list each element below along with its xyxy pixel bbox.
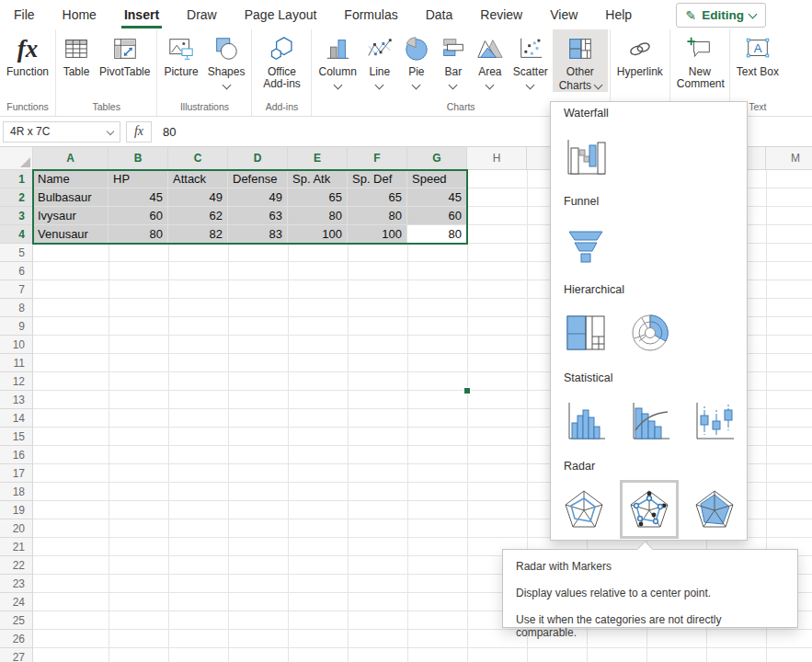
ribbon-tab-data[interactable]: Data [412, 2, 467, 29]
table-button[interactable]: Table [58, 29, 95, 78]
column-header-B[interactable]: B [109, 147, 168, 170]
row-header-7[interactable]: 7 [0, 280, 33, 299]
row-header-8[interactable]: 8 [0, 299, 33, 317]
row-header-20[interactable]: 20 [0, 519, 33, 538]
cell-E2[interactable]: 65 [288, 188, 348, 207]
area-chart-button[interactable]: Area [472, 29, 509, 88]
cell-F1[interactable]: Sp. Def [348, 170, 407, 188]
ribbon-tab-formulas[interactable]: Formulas [330, 2, 411, 29]
other-charts-button[interactable]: Other Charts [553, 29, 608, 92]
row-header-5[interactable]: 5 [0, 244, 33, 262]
row-header-15[interactable]: 15 [0, 428, 33, 446]
cell-B2[interactable]: 45 [109, 188, 168, 207]
cell-F4[interactable]: 100 [348, 225, 407, 244]
row-header-17[interactable]: 17 [0, 464, 33, 483]
row-header-16[interactable]: 16 [0, 446, 33, 464]
line-chart-button[interactable]: Line [361, 29, 398, 88]
row-header-22[interactable]: 22 [0, 556, 33, 575]
row-header-18[interactable]: 18 [0, 483, 33, 501]
waterfall-chart-item[interactable] [564, 134, 608, 178]
pie-chart-button[interactable]: Pie [398, 29, 435, 88]
row-header-13[interactable]: 13 [0, 391, 33, 409]
cell-D4[interactable]: 83 [228, 225, 288, 244]
cell-C4[interactable]: 82 [168, 225, 228, 244]
column-header-C[interactable]: C [168, 147, 228, 170]
select-all-corner[interactable] [0, 147, 33, 170]
insert-function-button[interactable]: fx [126, 121, 152, 143]
cell-G2[interactable]: 45 [407, 188, 467, 207]
ribbon-tab-view[interactable]: View [536, 2, 591, 29]
hyperlink-button[interactable]: Hyperlink [612, 29, 668, 78]
ribbon-tab-home[interactable]: Home [49, 2, 110, 29]
ribbon-tab-file[interactable]: File [0, 2, 49, 29]
filled-radar-chart-item[interactable] [692, 487, 737, 531]
scatter-chart-button[interactable]: Scatter [509, 29, 553, 88]
row-header-25[interactable]: 25 [0, 611, 33, 630]
office-addins-button[interactable]: Office Add-ins [254, 29, 309, 90]
cell-C1[interactable]: Attack [168, 170, 228, 188]
name-box[interactable]: 4R x 7C [3, 121, 120, 143]
ribbon-tab-insert[interactable]: Insert [110, 2, 173, 29]
row-header-26[interactable]: 26 [0, 630, 33, 648]
row-header-2[interactable]: 2 [0, 188, 33, 207]
row-header-21[interactable]: 21 [0, 538, 33, 556]
row-header-19[interactable]: 19 [0, 501, 33, 519]
fill-handle[interactable] [463, 387, 471, 394]
cell-E3[interactable]: 80 [288, 207, 348, 225]
row-header-6[interactable]: 6 [0, 262, 33, 280]
cell-E1[interactable]: Sp. Atk [288, 170, 348, 188]
cell-D1[interactable]: Defense [228, 170, 288, 188]
cell-F2[interactable]: 65 [348, 188, 407, 207]
column-header-H[interactable]: H [467, 147, 527, 170]
text-box-button[interactable]: A Text Box [732, 29, 783, 78]
histogram-chart-item[interactable] [564, 399, 608, 443]
cell-G3[interactable]: 60 [407, 207, 467, 225]
row-header-4[interactable]: 4 [0, 225, 33, 244]
row-header-24[interactable]: 24 [0, 593, 33, 611]
shapes-button[interactable]: Shapes [203, 29, 250, 88]
row-header-11[interactable]: 11 [0, 354, 33, 372]
sunburst-chart-item[interactable] [628, 311, 672, 355]
cell-E4[interactable]: 100 [288, 225, 348, 244]
treemap-chart-item[interactable] [564, 311, 608, 355]
column-header-E[interactable]: E [288, 147, 348, 170]
editing-mode-button[interactable]: ✎ Editing [676, 3, 766, 28]
row-header-9[interactable]: 9 [0, 317, 33, 336]
row-header-23[interactable]: 23 [0, 575, 33, 593]
row-header-1[interactable]: 1 [0, 170, 33, 188]
cell-G1[interactable]: Speed [407, 170, 467, 188]
column-header-G[interactable]: G [407, 147, 467, 170]
picture-button[interactable]: Picture [159, 29, 202, 78]
column-chart-button[interactable]: Column [314, 29, 360, 88]
cell-A2[interactable]: Bulbasaur [33, 188, 109, 207]
new-comment-button[interactable]: New Comment [672, 29, 727, 90]
row-header-3[interactable]: 3 [0, 207, 33, 225]
cell-A4[interactable]: Venusaur [33, 225, 109, 244]
function-button[interactable]: fx Function [2, 29, 53, 78]
column-header-D[interactable]: D [228, 147, 288, 170]
pareto-chart-item[interactable] [628, 399, 672, 443]
column-header-A[interactable]: A [33, 147, 109, 170]
cell-C3[interactable]: 62 [168, 207, 228, 225]
cell-D3[interactable]: 63 [228, 207, 288, 225]
ribbon-tab-page-layout[interactable]: Page Layout [231, 2, 331, 29]
cell-A1[interactable]: Name [33, 170, 109, 188]
cell-A3[interactable]: Ivysaur [33, 207, 109, 225]
row-header-14[interactable]: 14 [0, 409, 33, 428]
funnel-chart-item[interactable] [564, 223, 608, 267]
row-header-10[interactable]: 10 [0, 336, 33, 354]
ribbon-tab-review[interactable]: Review [466, 2, 536, 29]
pivottable-button[interactable]: PivotTable [95, 29, 154, 78]
radar-with-markers-chart-item[interactable] [620, 480, 679, 539]
row-header-12[interactable]: 12 [0, 372, 33, 391]
cell-C2[interactable]: 49 [168, 188, 228, 207]
column-header-F[interactable]: F [348, 147, 407, 170]
row-header-27[interactable]: 27 [0, 648, 33, 662]
ribbon-tab-draw[interactable]: Draw [173, 2, 231, 29]
box-and-whisker-chart-item[interactable] [692, 399, 737, 443]
cell-F3[interactable]: 80 [348, 207, 407, 225]
cell-D2[interactable]: 49 [228, 188, 288, 207]
radar-chart-item[interactable] [562, 487, 606, 531]
ribbon-tab-help[interactable]: Help [591, 2, 646, 29]
cell-B4[interactable]: 80 [109, 225, 168, 244]
